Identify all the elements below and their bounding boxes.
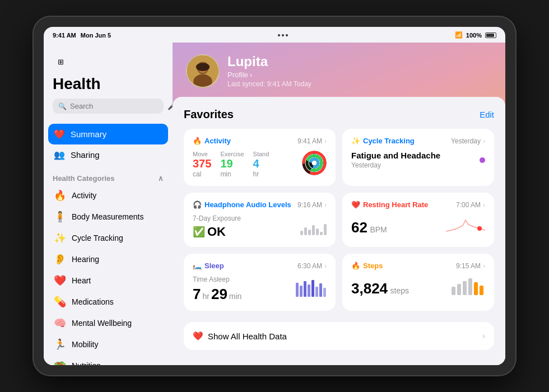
edit-button[interactable]: Edit bbox=[480, 110, 494, 119]
bar6 bbox=[320, 232, 323, 235]
move-value: 375 bbox=[193, 157, 211, 170]
cycle-card-icon: ✨ bbox=[351, 137, 360, 145]
heart-rate-card[interactable]: ❤️ Resting Heart Rate 7:00 AM › bbox=[342, 193, 494, 247]
search-input[interactable] bbox=[70, 102, 164, 110]
sleep-sublabel: Time Asleep bbox=[193, 276, 241, 283]
favorites-title: Favorites bbox=[184, 108, 234, 121]
category-item-mental[interactable]: 🧠 Mental Wellbeing bbox=[48, 312, 168, 334]
activity-metrics: Move 375 cal Exercise 19 min bbox=[193, 151, 327, 178]
steps-card-chevron: › bbox=[483, 262, 485, 270]
app-content: ⊞ Health 🔍 🎤 ❤️ Summary 👥 bbox=[44, 43, 505, 365]
svg-rect-12 bbox=[296, 283, 299, 297]
sidebar-item-summary[interactable]: ❤️ Summary bbox=[48, 124, 168, 144]
heart-rate-chart bbox=[446, 214, 485, 236]
category-item-body[interactable]: 🧍 Body Measurements bbox=[48, 206, 168, 227]
steps-unit: steps bbox=[390, 286, 409, 295]
cycle-card[interactable]: ✨ Cycle Tracking Yesterday › F bbox=[342, 129, 494, 186]
sidebar-item-sharing[interactable]: 👥 Sharing bbox=[48, 144, 168, 165]
category-mobility-label: Mobility bbox=[72, 340, 98, 349]
show-all-button[interactable]: ❤️ Show All Health Data › bbox=[184, 322, 494, 350]
svg-rect-14 bbox=[304, 281, 306, 297]
heart-rate-values: 62 BPM bbox=[351, 219, 387, 236]
ok-value: OK bbox=[207, 225, 226, 239]
stand-metric: Stand 4 hr bbox=[253, 151, 269, 178]
mental-icon: 🧠 bbox=[54, 317, 66, 329]
cycle-dot bbox=[480, 157, 485, 163]
bar7 bbox=[324, 224, 327, 235]
category-mental-label: Mental Wellbeing bbox=[72, 319, 132, 328]
headphone-card-title: 🎧 Headphone Audio Levels bbox=[193, 200, 291, 209]
battery-fill bbox=[486, 34, 494, 37]
svg-rect-17 bbox=[315, 287, 318, 297]
headphone-content: 7-Day Exposure ✅ OK bbox=[193, 214, 327, 239]
show-all-label: ❤️ Show All Health Data bbox=[193, 331, 287, 341]
sidebar-toggle-button[interactable]: ⊞ bbox=[53, 54, 68, 69]
categories-header: Health Categories ∧ bbox=[44, 169, 173, 185]
categories-chevron: ∧ bbox=[158, 174, 164, 183]
activity-rings bbox=[302, 151, 327, 175]
bar4 bbox=[312, 225, 315, 235]
sleep-values: Time Asleep 7 hr 29 min bbox=[193, 276, 241, 303]
move-label: Move bbox=[193, 151, 211, 157]
battery-bar bbox=[485, 32, 496, 38]
sleep-time: 7 hr 29 min bbox=[193, 286, 241, 303]
sleep-minutes: 29 bbox=[211, 286, 227, 303]
battery-percent: 100% bbox=[466, 32, 482, 39]
svg-rect-25 bbox=[480, 286, 483, 295]
svg-rect-13 bbox=[300, 286, 303, 297]
sleep-card-header: 🛏️ Sleep 6:30 AM › bbox=[193, 262, 327, 270]
sleep-card[interactable]: 🛏️ Sleep 6:30 AM › Time Aslee bbox=[184, 254, 336, 311]
category-item-hearing[interactable]: 👂 Hearing bbox=[48, 249, 168, 270]
category-list: 🔥 Activity 🧍 Body Measurements ✨ Cycle T… bbox=[44, 185, 173, 365]
cycle-item-sub: Yesterday bbox=[351, 161, 440, 169]
headphone-card[interactable]: 🎧 Headphone Audio Levels 9:16 AM › bbox=[184, 193, 336, 247]
profile-info: Lupita Profile › Last synced: 9:41 AM To… bbox=[227, 54, 311, 88]
ipad-frame: 9:41 AM Mon Jun 5 📶 100% ⊞ bbox=[34, 17, 515, 375]
sleep-card-label: Sleep bbox=[204, 262, 224, 270]
category-item-heart[interactable]: ❤️ Heart bbox=[48, 270, 168, 291]
cycle-content: Fatigue and Headache Yesterday bbox=[351, 151, 485, 169]
heart-rate-card-title: ❤️ Resting Heart Rate bbox=[351, 200, 428, 209]
exercise-value: 19 bbox=[220, 157, 244, 170]
cycle-card-title: ✨ Cycle Tracking bbox=[351, 137, 415, 145]
heart-rate-chevron: › bbox=[483, 201, 485, 209]
category-medications-label: Medications bbox=[72, 297, 114, 306]
category-body-label: Body Measurements bbox=[72, 212, 143, 221]
activity-card[interactable]: 🔥 Activity 9:41 AM › Move bbox=[184, 129, 336, 186]
profile-link[interactable]: Profile › bbox=[227, 71, 311, 79]
sidebar-icons: ⊞ bbox=[53, 54, 164, 69]
heart-rate-value: 62 bbox=[351, 219, 367, 236]
svg-rect-18 bbox=[319, 283, 322, 297]
bar5 bbox=[316, 228, 319, 235]
medications-icon: 💊 bbox=[54, 296, 66, 308]
status-bar: 9:41 AM Mon Jun 5 📶 100% bbox=[44, 29, 505, 41]
category-heart-label: Heart bbox=[72, 276, 91, 285]
steps-chart bbox=[452, 276, 485, 297]
profile-link-label: Profile bbox=[227, 71, 248, 79]
category-item-medications[interactable]: 💊 Medications bbox=[48, 291, 168, 312]
mic-icon[interactable]: 🎤 bbox=[168, 102, 173, 110]
cycle-item-title: Fatigue and Headache bbox=[351, 151, 440, 160]
activity-card-time: 9:41 AM bbox=[297, 137, 322, 145]
svg-point-11 bbox=[477, 226, 482, 231]
category-item-activity[interactable]: 🔥 Activity bbox=[48, 185, 168, 206]
scroll-area: Favorites Edit 🔥 Activity bbox=[173, 97, 505, 365]
headphone-card-chevron: › bbox=[324, 201, 327, 209]
svg-rect-21 bbox=[457, 284, 461, 295]
heart-icon: ❤️ bbox=[54, 274, 66, 287]
steps-card-time: 9:15 AM bbox=[456, 262, 481, 270]
steps-card-title: 🔥 Steps bbox=[351, 262, 383, 270]
profile-chevron-icon: › bbox=[250, 71, 252, 79]
category-item-nutrition[interactable]: 🥗 Nutrition bbox=[48, 355, 168, 365]
category-item-cycle[interactable]: ✨ Cycle Tracking bbox=[48, 227, 168, 249]
cycle-card-time: Yesterday bbox=[451, 137, 481, 145]
headphone-card-time: 9:16 AM bbox=[297, 201, 322, 209]
bar1 bbox=[300, 231, 303, 235]
profile-name: Lupita bbox=[227, 54, 311, 69]
headphone-card-header: 🎧 Headphone Audio Levels 9:16 AM › bbox=[193, 200, 327, 209]
status-left: 9:41 AM Mon Jun 5 bbox=[53, 32, 111, 39]
svg-rect-23 bbox=[468, 278, 472, 295]
category-item-mobility[interactable]: 🏃 Mobility bbox=[48, 334, 168, 355]
svg-rect-15 bbox=[308, 284, 310, 297]
steps-card[interactable]: 🔥 Steps 9:15 AM › 3,824 bbox=[342, 254, 494, 311]
